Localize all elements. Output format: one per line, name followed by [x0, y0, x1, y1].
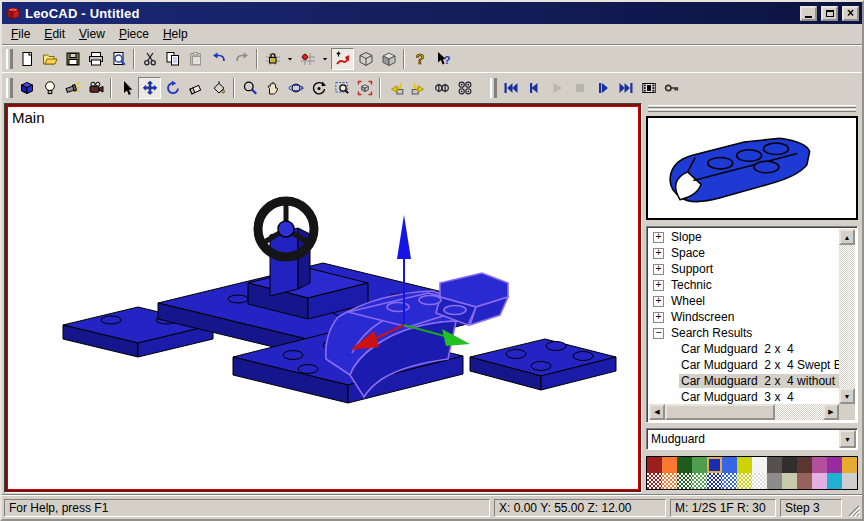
zoom-extents-button[interactable] [353, 77, 376, 99]
move-button[interactable] [138, 77, 161, 99]
snap-angle-button[interactable] [331, 48, 354, 70]
perspective-view-button[interactable] [354, 48, 377, 70]
tree-item[interactable]: Car Mudguard 2 x 4 without S [649, 373, 839, 389]
tree-item[interactable]: Car Mudguard 2 x 4 [649, 341, 839, 357]
maximize-button[interactable] [821, 6, 838, 21]
color-swatch[interactable] [797, 457, 812, 473]
color-swatch[interactable] [827, 473, 842, 489]
color-swatch[interactable] [827, 457, 842, 473]
key-frame-button[interactable] [660, 77, 683, 99]
toolbar-gripper[interactable] [6, 49, 13, 69]
print-preview-button[interactable] [107, 48, 130, 70]
print-button[interactable] [84, 48, 107, 70]
expand-plus-icon[interactable]: + [653, 312, 664, 323]
first-step-button[interactable] [499, 77, 522, 99]
color-swatch[interactable] [752, 473, 767, 489]
scroll-right-button[interactable]: ▶ [823, 404, 839, 420]
lock-snap-button[interactable] [261, 48, 284, 70]
zoom-region-button[interactable] [330, 77, 353, 99]
save-file-button[interactable] [61, 48, 84, 70]
color-swatch[interactable] [692, 457, 707, 473]
add-piece-button[interactable] [15, 77, 38, 99]
lego-model-render[interactable] [8, 107, 639, 490]
erase-button[interactable] [184, 77, 207, 99]
close-button[interactable]: × [842, 6, 859, 21]
minimize-button[interactable] [800, 6, 817, 21]
cut-button[interactable] [138, 48, 161, 70]
piece-array-button[interactable] [453, 77, 476, 99]
tree-item[interactable]: +Slope [649, 229, 839, 245]
tree-item[interactable]: +Space [649, 245, 839, 261]
paint-button[interactable] [207, 77, 230, 99]
expand-plus-icon[interactable]: + [653, 296, 664, 307]
color-swatch[interactable] [797, 473, 812, 489]
zoom-button[interactable] [238, 77, 261, 99]
color-swatch[interactable] [842, 473, 857, 489]
main-viewport[interactable]: Main [7, 106, 639, 490]
color-swatch[interactable] [752, 457, 767, 473]
solid-render-button[interactable] [377, 48, 400, 70]
menu-edit[interactable]: Edit [37, 25, 72, 43]
tree-item[interactable]: Car Mudguard 3 x 4 [649, 389, 839, 404]
menu-file[interactable]: File [4, 25, 37, 43]
resize-grip[interactable] [846, 503, 860, 517]
color-swatch[interactable] [662, 457, 677, 473]
color-swatch[interactable] [677, 457, 692, 473]
color-swatch[interactable] [767, 473, 782, 489]
expand-plus-icon[interactable]: + [653, 280, 664, 291]
animation-mode-button[interactable] [637, 77, 660, 99]
menu-view[interactable]: View [72, 25, 112, 43]
color-swatch[interactable] [647, 457, 662, 473]
context-help-button[interactable]: ? [431, 48, 454, 70]
panel-gripper[interactable] [648, 105, 856, 108]
color-swatch[interactable] [677, 473, 692, 489]
roll-button[interactable] [307, 77, 330, 99]
tree-item[interactable]: Car Mudguard 2 x 4 Swept Ba [649, 357, 839, 373]
color-swatch[interactable] [737, 457, 752, 473]
color-swatch[interactable] [782, 473, 797, 489]
dropdown-arrow-button[interactable] [284, 48, 296, 70]
piece-next-button[interactable] [407, 77, 430, 99]
expand-plus-icon[interactable]: + [653, 232, 664, 243]
dropdown-arrow-button[interactable] [319, 48, 331, 70]
color-swatch[interactable] [707, 473, 722, 489]
color-swatch[interactable] [722, 457, 737, 473]
scroll-up-button[interactable]: ▲ [839, 229, 855, 245]
help-button[interactable]: ? [408, 48, 431, 70]
combo-dropdown-button[interactable]: ▼ [839, 430, 856, 448]
color-swatch[interactable] [692, 473, 707, 489]
new-document-button[interactable] [15, 48, 38, 70]
open-file-button[interactable] [38, 48, 61, 70]
piece-preview[interactable] [646, 116, 858, 220]
color-swatch[interactable] [782, 457, 797, 473]
tree-horizontal-scrollbar[interactable]: ◀ ▶ [649, 404, 839, 420]
move-snap-button[interactable] [296, 48, 319, 70]
piece-search-combo[interactable]: Mudguard ▼ [646, 428, 858, 450]
tree-vertical-scrollbar[interactable]: ▲ ▼ [839, 229, 855, 404]
color-swatch[interactable] [812, 457, 827, 473]
color-swatch[interactable] [707, 457, 722, 473]
piece-search-value[interactable]: Mudguard [647, 429, 838, 449]
menu-piece[interactable]: Piece [112, 25, 156, 43]
tree-item[interactable]: +Support [649, 261, 839, 277]
color-swatch[interactable] [722, 473, 737, 489]
tree-item[interactable]: +Wheel [649, 293, 839, 309]
scrollbar-thumb[interactable] [665, 404, 775, 420]
tree-item[interactable]: +Windscreen [649, 309, 839, 325]
collapse-minus-icon[interactable]: − [653, 328, 664, 339]
color-swatch[interactable] [842, 457, 857, 473]
color-swatch[interactable] [767, 457, 782, 473]
select-button[interactable] [115, 77, 138, 99]
panel-gripper[interactable] [648, 109, 856, 112]
color-swatch[interactable] [662, 473, 677, 489]
add-spotlight-button[interactable] [61, 77, 84, 99]
piece-previous-button[interactable] [384, 77, 407, 99]
color-swatch[interactable] [647, 473, 662, 489]
expand-plus-icon[interactable]: + [653, 264, 664, 275]
add-light-button[interactable] [38, 77, 61, 99]
scroll-down-button[interactable]: ▼ [839, 388, 855, 404]
expand-plus-icon[interactable]: + [653, 248, 664, 259]
next-step-button[interactable] [591, 77, 614, 99]
rotate-view-button[interactable] [284, 77, 307, 99]
toolbar-gripper[interactable] [490, 78, 497, 98]
